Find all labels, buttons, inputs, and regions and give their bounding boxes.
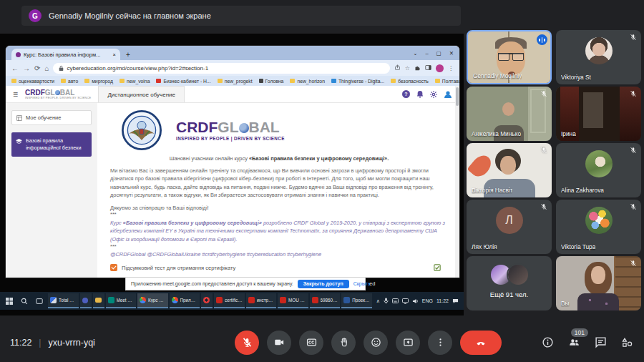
sidepanel-icon[interactable] [425,64,431,72]
taskbar-app-opera[interactable] [201,293,213,308]
chat-button[interactable] [593,336,608,350]
folder-icon [61,79,66,83]
taskbar-apps: Total Comma... Meet – yxu-vr... Курс Баз… [48,293,372,308]
participant-tile[interactable]: Л Лях Юлія [467,200,552,254]
user-profile-icon[interactable] [444,90,452,99]
forward-icon[interactable]: → [23,64,30,72]
hide-link[interactable]: Скрыть [353,281,371,286]
window-minimize-icon[interactable]: – [425,50,428,57]
raise-hand-button[interactable] [331,331,356,355]
tab-favicon [16,52,21,57]
bookmark[interactable]: new_horizon [290,79,325,84]
taskbar-app-mou[interactable]: MOU signed p... [278,293,308,308]
bookmark[interactable]: оценкавартости [11,79,54,84]
tray-volume-icon[interactable] [412,298,419,304]
present-screen-button[interactable] [396,331,420,355]
stop-sharing-button[interactable]: Закрыть доступ [298,280,349,288]
participant-name: Viktoriya St [561,74,591,81]
sidebar-item-course[interactable]: Базові правила інформаційної безпеки [11,132,92,157]
share-icon[interactable] [394,64,401,72]
bookmark[interactable]: Головна [259,79,284,84]
start-button[interactable] [3,293,16,308]
tab-close-icon[interactable]: × [113,52,116,58]
participant-tile[interactable]: Ірина [556,87,641,141]
meeting-details-button[interactable] [540,336,555,350]
more-options-button[interactable] [428,331,452,355]
bookmark[interactable]: Бизнес-кабинет - Н... [156,79,210,84]
settings-gear-icon[interactable] [430,91,437,98]
participant-tile[interactable]: Viktoriya St [556,30,641,84]
participant-tile[interactable]: Alina Zakharova [556,143,641,197]
completion-checkbox-icon[interactable] [434,264,441,271]
self-view-tile[interactable]: Вы [556,256,641,310]
extensions-icon[interactable] [414,64,421,72]
reactions-button[interactable] [364,331,388,355]
bookmark[interactable]: безопасность [391,79,429,84]
browser-tab[interactable]: Курс: Базові правила інформ... × [11,49,120,60]
moodle-header-icons: ? [402,90,452,99]
window-menu-icon[interactable]: ⌄ [413,50,417,57]
bookmark[interactable]: Полтава_авт [435,79,459,84]
folder-icon [119,79,125,83]
meet-icon [108,297,114,303]
bookmark[interactable]: миргород [84,79,113,84]
tray-expand-icon[interactable]: ∧ [376,298,380,304]
bookmark-star-icon[interactable]: ☆ [405,65,410,72]
taskbar-app-explorer[interactable] [93,293,104,308]
participants-grid: Gennadiy Mogilniy Viktoriya St Анжелика … [467,30,641,310]
leave-call-button[interactable] [460,331,502,355]
task-view-icon[interactable] [33,293,46,308]
action-center-icon[interactable] [452,298,459,304]
participant-tile[interactable]: Вікторія Насвіт [467,143,552,197]
quiz-link[interactable]: Підсумковий тест для отримання сертифіка… [122,265,235,271]
taskbar-app-agreement[interactable]: 69860_Agree... [310,293,341,308]
tray-mic-icon[interactable] [384,298,389,304]
url-field[interactable]: cybereducation.org/md/course/view.php?id… [53,63,389,74]
bookmark[interactable]: new_voina [119,79,150,84]
browser-profile-avatar[interactable] [436,64,444,72]
taskbar-app-total-commander[interactable]: Total Comma... [48,293,79,308]
page-scrollbar[interactable] [455,86,459,278]
participants-button[interactable]: 101 [567,336,581,350]
activities-button[interactable] [620,336,634,350]
camera-toggle-button[interactable] [267,331,291,355]
more-participants-tile[interactable]: Ещё 91 чел. [467,256,552,310]
browser-menu-icon[interactable]: ⋮ [448,65,454,72]
home-icon[interactable]: ⌂ [44,64,49,72]
taskbar-app-course[interactable]: Курс Базові ... [137,293,168,308]
background-window-text: ed [369,280,375,287]
search-icon[interactable] [18,293,31,308]
new-tab-button[interactable]: + [126,50,130,60]
bookmark[interactable]: авто [61,79,78,84]
tray-clock[interactable]: 11:22 [436,298,449,303]
tray-language[interactable]: ENG [422,298,433,303]
bookmark[interactable]: Thingiverse - Digita... [331,79,384,84]
captions-button[interactable] [299,331,323,355]
help-icon[interactable]: ? [402,90,410,98]
taskbar-app-teams[interactable] [80,293,92,308]
bookmark[interactable]: new_progekt [218,79,253,84]
tray-touch-keyboard-icon[interactable] [392,298,399,303]
taskbar-app-instruction[interactable]: инструкція_дл... [246,293,277,308]
taskbar-app-certificate[interactable]: certificate.pdf ... [214,293,245,308]
folder-icon [11,79,16,83]
window-restore-icon[interactable]: ▢ [436,50,441,57]
sidebar-item-my-learning[interactable]: Мое обучение [11,110,92,125]
taskbar-app-app-window[interactable]: Приложении... [170,293,200,308]
participant-tile[interactable]: Gennadiy Mogilniy [467,30,552,84]
window-close-icon[interactable]: ✕ [449,50,454,57]
participant-name: Viktoria Tupa [561,243,595,250]
scrollbar-thumb[interactable] [456,87,459,106]
taskbar-app-project-doc[interactable]: Проект_інфо... [341,293,372,308]
taskbar-app-meet[interactable]: Meet – yxu-vr... [106,293,137,308]
tray-display-icon[interactable] [402,298,409,304]
back-icon[interactable]: ← [11,64,19,72]
teams-icon [82,298,88,303]
reload-icon[interactable]: ⟳ [34,64,40,72]
participant-tile[interactable]: Viktoria Tupa [556,200,641,254]
notifications-bell-icon[interactable] [416,90,424,98]
mic-toggle-button[interactable] [235,331,259,355]
participant-tile[interactable]: Анжелика Минько [467,87,552,141]
tab-distance-learning[interactable]: Дистанционное обучение [98,86,185,102]
menu-icon[interactable]: ≡ [13,89,18,99]
